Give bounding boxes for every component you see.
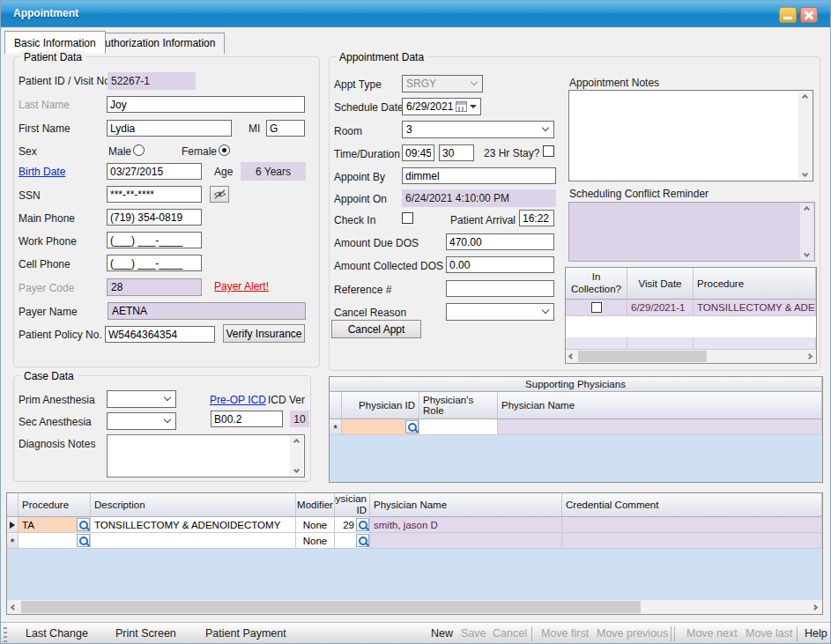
appt-type-select: SRGY bbox=[402, 75, 483, 93]
new-button[interactable]: New bbox=[431, 627, 453, 640]
conflict-reminder-scrollbar[interactable] bbox=[800, 204, 813, 260]
policy-field[interactable] bbox=[105, 326, 215, 343]
collection-cell-checkbox[interactable] bbox=[566, 300, 627, 316]
pg-row2-physician-name[interactable] bbox=[370, 533, 562, 549]
search-icon[interactable] bbox=[77, 518, 90, 531]
amount-due-field[interactable] bbox=[446, 233, 554, 250]
female-label: Female bbox=[182, 145, 217, 158]
first-name-field[interactable] bbox=[107, 120, 232, 137]
birth-date-field[interactable] bbox=[107, 163, 202, 180]
scrollbar-thumb[interactable] bbox=[21, 601, 641, 613]
pg-row1-procedure[interactable]: TA bbox=[19, 517, 91, 533]
diagnosis-notes-textarea[interactable] bbox=[107, 434, 305, 477]
collection-cell-procedure[interactable]: TONSILLECTOMY & ADENOIDECTOMY bbox=[694, 300, 816, 316]
cancel-appt-button[interactable]: Cancel Appt bbox=[331, 320, 421, 338]
titlebar[interactable]: Appointment bbox=[1, 1, 831, 27]
scroll-left-icon[interactable] bbox=[11, 603, 17, 610]
payer-alert-link[interactable]: Payer Alert! bbox=[214, 280, 269, 292]
sp-cell-physician-id[interactable] bbox=[342, 419, 419, 435]
close-button[interactable] bbox=[800, 7, 818, 23]
toolbar-grip[interactable] bbox=[4, 627, 7, 642]
work-phone-field[interactable] bbox=[107, 232, 202, 248]
pg-row1-modifier[interactable]: None bbox=[296, 517, 335, 533]
payer-code-label: Payer Code bbox=[19, 282, 74, 294]
help-button[interactable]: Help bbox=[805, 627, 827, 640]
main-phone-field[interactable] bbox=[107, 209, 202, 226]
sp-cell-physician-role[interactable] bbox=[419, 419, 498, 435]
scroll-down-icon[interactable] bbox=[804, 251, 810, 257]
room-select[interactable]: 3 bbox=[402, 121, 554, 138]
appointment-notes-textarea[interactable] bbox=[568, 90, 813, 181]
pg-row1-description[interactable]: TONSILLECTOMY & ADENOIDECTOMY bbox=[91, 517, 296, 533]
sp-cell-physician-name[interactable] bbox=[498, 419, 822, 435]
search-icon[interactable] bbox=[405, 420, 419, 433]
scroll-down-icon[interactable] bbox=[802, 171, 808, 177]
search-icon[interactable] bbox=[77, 534, 90, 547]
schedule-date-picker[interactable]: 6/29/2021 bbox=[402, 98, 481, 115]
conflict-reminder-label: Scheduling Conflict Reminder bbox=[569, 188, 709, 200]
preop-icd-link[interactable]: Pre-OP ICD bbox=[210, 394, 266, 406]
birth-date-link[interactable]: Birth Date bbox=[19, 166, 65, 178]
pg-row1-physician-id[interactable]: 29 bbox=[335, 517, 370, 533]
collection-hscrollbar[interactable] bbox=[566, 350, 816, 363]
patient-arrival-field[interactable] bbox=[519, 210, 554, 226]
preop-icd-field[interactable] bbox=[211, 411, 283, 427]
pg-row2-description[interactable] bbox=[91, 533, 296, 549]
payer-name-value: AETNA bbox=[108, 302, 306, 320]
scroll-right-icon[interactable] bbox=[806, 353, 812, 359]
pg-row2-physician-id[interactable] bbox=[335, 533, 370, 549]
pg-new-row-selector[interactable]: * bbox=[7, 533, 19, 549]
status-toolbar: Last Change Print Screen Patient Payment… bbox=[1, 622, 831, 644]
collection-grid: In Collection? Visit Date Procedure 6/29… bbox=[565, 267, 817, 364]
ssn-visibility-toggle[interactable] bbox=[210, 186, 229, 203]
last-name-label: Last Name bbox=[19, 99, 70, 111]
sec-anesthesia-select[interactable] bbox=[107, 412, 176, 430]
diagnosis-notes-scrollbar[interactable] bbox=[290, 436, 303, 476]
minimize-button[interactable] bbox=[779, 7, 797, 23]
cancel-reason-select[interactable] bbox=[446, 303, 554, 321]
procedure-grid-hscrollbar[interactable] bbox=[7, 600, 822, 614]
time-field[interactable] bbox=[402, 144, 434, 161]
schedule-date-label: Schedule Date bbox=[334, 101, 404, 114]
appoint-by-field[interactable] bbox=[402, 167, 556, 184]
appointment-notes-scrollbar[interactable] bbox=[798, 92, 812, 180]
patient-payment-button[interactable]: Patient Payment bbox=[205, 627, 286, 640]
scroll-down-icon[interactable] bbox=[293, 467, 300, 473]
scroll-up-icon[interactable] bbox=[293, 439, 300, 445]
print-screen-button[interactable]: Print Screen bbox=[115, 627, 176, 640]
scroll-right-icon[interactable] bbox=[812, 603, 818, 610]
scroll-up-icon[interactable] bbox=[802, 94, 808, 100]
check-in-checkbox[interactable] bbox=[402, 212, 413, 224]
search-icon[interactable] bbox=[356, 518, 369, 531]
collection-cell-visit-date[interactable]: 6/29/2021-1 bbox=[627, 300, 694, 316]
room-label: Room bbox=[334, 125, 362, 137]
pg-row1-physician-name[interactable]: smith, jason D bbox=[370, 517, 562, 533]
pg-row1-selector[interactable] bbox=[7, 517, 19, 533]
tab-authorization-information[interactable]: Authorization Information bbox=[88, 33, 225, 54]
search-icon[interactable] bbox=[356, 534, 369, 547]
ssn-field[interactable] bbox=[107, 186, 202, 203]
pg-row2-modifier[interactable]: None bbox=[296, 533, 335, 549]
scrollbar-thumb[interactable] bbox=[578, 351, 707, 362]
scroll-up-icon[interactable] bbox=[804, 206, 810, 212]
dropdown-arrow-icon[interactable] bbox=[470, 105, 477, 108]
scroll-left-icon[interactable] bbox=[568, 353, 575, 359]
last-change-button[interactable]: Last Change bbox=[26, 627, 88, 640]
mi-field[interactable] bbox=[266, 120, 305, 137]
in-collection-checkbox[interactable] bbox=[591, 302, 602, 313]
cell-phone-field[interactable] bbox=[107, 255, 202, 271]
pg-row2-credential-comment[interactable] bbox=[562, 533, 822, 549]
sp-new-row-selector[interactable]: * bbox=[330, 419, 342, 435]
amount-collected-field[interactable] bbox=[446, 256, 554, 273]
pg-row2-procedure[interactable] bbox=[19, 533, 91, 549]
reference-field[interactable] bbox=[446, 280, 554, 297]
duration-field[interactable] bbox=[439, 144, 474, 161]
male-radio[interactable] bbox=[133, 144, 145, 156]
female-radio[interactable] bbox=[219, 144, 230, 156]
calendar-icon[interactable] bbox=[456, 101, 467, 112]
stay-checkbox[interactable] bbox=[543, 145, 554, 157]
prim-anesthesia-select[interactable] bbox=[107, 390, 176, 408]
pg-row1-credential-comment[interactable] bbox=[562, 517, 822, 533]
last-name-field[interactable] bbox=[107, 96, 305, 113]
verify-insurance-button[interactable]: Verify Insurance bbox=[223, 324, 305, 343]
